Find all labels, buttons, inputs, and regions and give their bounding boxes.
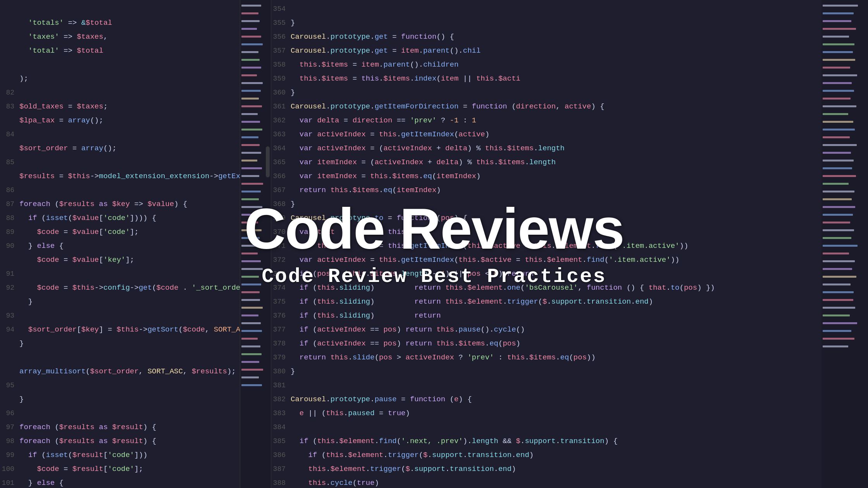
left-code-panel: 82 83 84 85 86 87 88 89 90 91 92 93 94 [0,0,240,488]
right-code-panel: 354 355 356 357 358 359 360 361 362 363 … [271,0,822,488]
line-numbers-left: 82 83 84 85 86 87 88 89 90 91 92 93 94 [0,0,17,488]
far-right-minimap [822,0,868,488]
right-code-content: } Carousel.prototype.get = function() { … [291,2,822,488]
line-numbers-right: 354 355 356 357 358 359 360 361 362 363 … [271,0,289,488]
left-code-content: 'totals' => &$total 'taxes' => $taxes, '… [19,2,240,488]
minimap-panel [240,0,271,488]
scroll-indicator[interactable] [266,146,270,177]
code-background: 82 83 84 85 86 87 88 89 90 91 92 93 94 [0,0,868,488]
